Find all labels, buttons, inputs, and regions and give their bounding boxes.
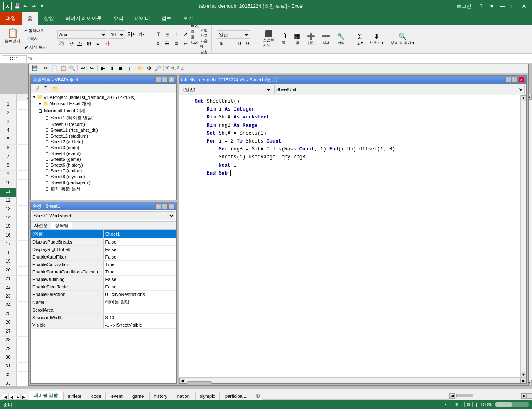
row-num-10[interactable]: 10 (0, 180, 17, 188)
tab-prev-btn[interactable]: ◀ (8, 394, 14, 400)
formula-input[interactable] (34, 56, 530, 61)
tree-item-6[interactable]: 🗒Sheet3 (code) (32, 145, 175, 150)
sum-btn[interactable]: Σ∑ ▾ (355, 32, 365, 46)
ribbon-collapse-btn[interactable]: ▾ (487, 2, 496, 11)
hscroll-left-btn[interactable]: ◀ (449, 393, 455, 399)
row-num-9[interactable]: 9 (0, 171, 17, 179)
tab-data[interactable]: 데이터 (129, 12, 156, 25)
props-row[interactable]: Name테이블 일람 (31, 298, 176, 306)
props-row[interactable]: EnableSelection0 - xlNoRestrictions (31, 291, 176, 298)
vba-obj-browser-btn[interactable]: 🔎 (154, 64, 162, 72)
vba-copy-btn[interactable]: 📄 (50, 64, 59, 72)
row-num-1[interactable]: 1 (0, 101, 17, 109)
page-break-view-btn[interactable]: ⊡ (464, 402, 473, 407)
row-num-31[interactable]: 31 (0, 363, 17, 371)
vba-stop-btn[interactable]: ⏹ (116, 64, 125, 72)
row-num-23[interactable]: 23 (0, 293, 17, 301)
wrap-text-btn[interactable]: 텍스트 줄 바꿈 (191, 30, 199, 39)
editor-vscrollbar[interactable]: ▲ ▼ (520, 95, 526, 377)
fill-btn[interactable]: ⬇채우기 ▾ (368, 32, 386, 47)
vba-save-btn[interactable]: 💾 (30, 64, 39, 72)
row-num-32[interactable]: 32 (0, 372, 17, 380)
undo-qa-btn[interactable]: ↩ (22, 2, 29, 10)
merge-center-btn[interactable]: 병합하고 가운데 맞춤 ▾ (200, 39, 208, 48)
editor-minimize-btn[interactable]: ─ (505, 77, 511, 83)
row-num-30[interactable]: 30 (0, 354, 17, 362)
tab-home[interactable]: 홈 (22, 12, 38, 25)
row-num-19[interactable]: 19 (0, 258, 17, 266)
tree-item-12[interactable]: 🗒Sheet9 (participant) (32, 180, 175, 185)
align-left-btn[interactable]: ≡ (154, 39, 162, 48)
tree-item-5[interactable]: 🗒Sheet2 (athlete) (32, 139, 175, 145)
tree-item-10[interactable]: 🗒Sheet7 (nation) (32, 168, 175, 174)
minimize-btn[interactable]: ─ (498, 2, 507, 11)
row-num-4[interactable]: 4 (0, 127, 17, 136)
find-btn[interactable]: 🔍정렬 및 찾기 ▾ (389, 32, 416, 47)
editor-hscroll-thumb[interactable] (187, 381, 212, 385)
vba-props-btn[interactable]: ⚙ (145, 64, 153, 72)
props-row[interactable]: DisplayRightToLeftFalse (31, 246, 176, 253)
border-btn[interactable]: ⊞ (85, 39, 93, 48)
tab-file[interactable]: 파일 (0, 12, 22, 25)
props-tab-alpha[interactable]: 사전순 (31, 222, 51, 229)
props-row[interactable]: EnablePivotTableFalse (31, 283, 176, 291)
tab-review[interactable]: 검토 (156, 12, 177, 25)
props-row[interactable]: StandardWidth8.43 (31, 314, 176, 321)
tree-item-1[interactable]: 🗒Sheet1 (테이블 일람) (32, 114, 175, 121)
project-view-code-btn[interactable]: 📝 (32, 84, 41, 93)
row-num-17[interactable]: 17 (0, 241, 17, 249)
project-minimize-btn[interactable]: ─ (155, 77, 161, 83)
row-num-29[interactable]: 29 (0, 345, 17, 354)
vba-find-btn[interactable]: 🔍 (68, 64, 76, 72)
delete-btn[interactable]: ➖삭제 (320, 32, 332, 47)
format-painter-btn[interactable]: 🖌서식 복사 (22, 44, 49, 51)
editor-scroll-right[interactable]: ▶ (520, 378, 526, 383)
row-num-12[interactable]: 12 (0, 197, 17, 205)
project-close-btn[interactable]: ✕ (169, 77, 174, 83)
editor-hscrollbar[interactable]: ◀ ▶ (179, 377, 526, 383)
props-minimize-btn[interactable]: ─ (155, 203, 161, 209)
sheet-tab-olympic[interactable]: olympic (195, 392, 220, 400)
text-angle-btn[interactable]: ↗ (181, 30, 190, 39)
tab-first-btn[interactable]: |◀ (2, 394, 7, 400)
sheet-tab-history[interactable]: history (149, 392, 172, 400)
props-maximize-btn[interactable]: □ (162, 203, 168, 209)
align-center-btn[interactable]: ☰ (163, 39, 172, 48)
row-num-15[interactable]: 15 (0, 223, 17, 232)
decrease-indent-btn[interactable]: ⇐ (181, 39, 190, 48)
project-toggle-folder-btn[interactable]: 📁 (51, 84, 59, 93)
sheet-tab-participa-...[interactable]: participa ... (221, 392, 252, 400)
props-row[interactable]: Visible-1 - xlSheetVisible (31, 321, 176, 329)
conditional-format-btn[interactable]: ⬛조건부서식 (261, 29, 276, 49)
font-name-select[interactable]: Arial (57, 30, 107, 39)
increase-indent-btn[interactable]: ⇒ (191, 39, 199, 48)
editor-close-btn[interactable]: ✕ (519, 77, 525, 83)
decimal-increase-btn[interactable]: .0 (235, 39, 243, 48)
vba-redo-btn[interactable]: ↪ (88, 64, 96, 72)
tree-item-11[interactable]: 🗒Sheet8 (olympic) (32, 174, 175, 180)
tree-item-3[interactable]: 🗒Sheet11 (rtcs_ahst_dtl) (32, 127, 175, 133)
align-bottom-btn[interactable]: ⊥ (172, 30, 181, 39)
row-num-22[interactable]: 22 (0, 284, 17, 293)
props-close-btn[interactable]: ✕ (169, 203, 174, 209)
tab-view[interactable]: 보기 (177, 12, 199, 25)
number-format-select[interactable]: 일반 (217, 30, 250, 39)
props-row[interactable]: EnableAutoFilterFalse (31, 253, 176, 261)
props-row[interactable]: EnableCalculationTrue (31, 261, 176, 268)
props-row[interactable]: EnableFormatConditionsCalculaTrue (31, 268, 176, 276)
bold-btn[interactable]: 가 (57, 39, 66, 48)
editor-scroll-left[interactable]: ◀ (179, 378, 185, 383)
close-btn[interactable]: ✕ (520, 2, 529, 11)
paste-btn[interactable]: 📋 붙여넣기 (3, 27, 22, 51)
font-size-select[interactable]: 10 (109, 30, 125, 39)
italic-btn[interactable]: 가 (66, 39, 75, 48)
tree-item-9[interactable]: 🗒Sheet6 (history) (32, 162, 175, 168)
editor-proc-dropdown[interactable]: SheetUnit (274, 85, 525, 94)
sheet-tab-game[interactable]: game (128, 392, 149, 400)
tree-root-vbaproject[interactable]: ▼ 📁 VBAProject (tablelist_demodb_2015122… (32, 94, 175, 100)
help-btn[interactable]: ? (476, 2, 485, 11)
row-num-13[interactable]: 13 (0, 206, 17, 214)
project-maximize-btn[interactable]: □ (162, 77, 168, 83)
row-num-26[interactable]: 26 (0, 319, 17, 328)
row-num-21[interactable]: 21 (0, 276, 17, 284)
